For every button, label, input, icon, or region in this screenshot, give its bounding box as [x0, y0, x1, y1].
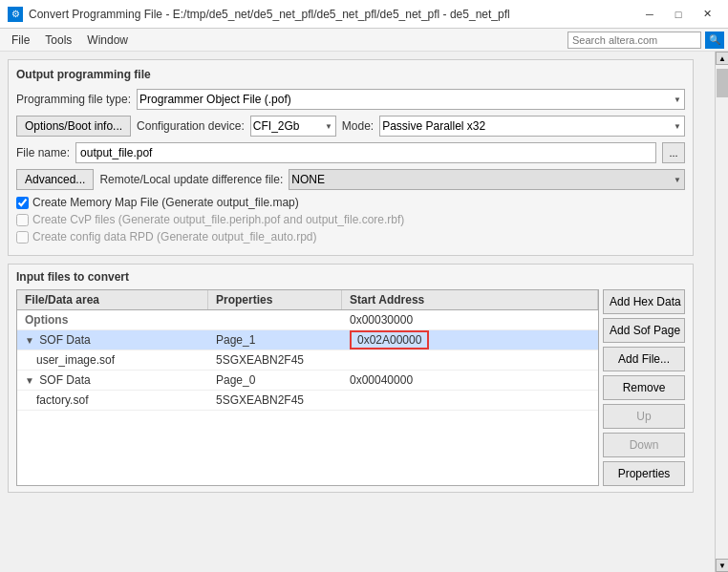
title-bar: ⚙ Convert Programming File - E:/tmp/de5_… [0, 0, 728, 29]
table-header: File/Data area Properties Start Address [17, 290, 598, 310]
output-section: Output programming file Programming file… [8, 59, 694, 256]
remote-local-label: Remote/Local update difference file: [99, 173, 283, 186]
config-row: Options/Boot info... Configuration devic… [16, 116, 685, 137]
remove-button[interactable]: Remove [603, 375, 685, 400]
cell-properties: 5SGXEABN2F45 [208, 350, 342, 370]
menu-tools[interactable]: Tools [37, 31, 79, 50]
app-icon: ⚙ [8, 7, 23, 22]
input-section: Input files to convert File/Data area Pr… [8, 264, 694, 493]
checkbox1-label: Create Memory Map File (Generate output_… [32, 196, 299, 209]
table-row[interactable]: user_image.sof 5SGXEABN2F45 [17, 350, 598, 371]
side-buttons: Add Hex Data Add Sof Page Add File... Re… [603, 289, 685, 486]
remote-local-select[interactable]: NONE [289, 169, 685, 190]
cell-address: 0x00030000 [342, 310, 598, 329]
properties-button[interactable]: Properties [603, 461, 685, 486]
window-controls: ─ □ ✕ [636, 5, 720, 24]
scroll-thumb[interactable] [717, 69, 728, 97]
checkbox3-row: Create config data RPD (Generate output_… [16, 230, 685, 244]
col-header-file: File/Data area [17, 290, 208, 309]
search-button[interactable]: 🔍 [705, 32, 724, 49]
input-section-title: Input files to convert [16, 270, 685, 284]
cell-file: ▼ SOF Data [17, 330, 208, 350]
output-section-title: Output programming file [16, 68, 685, 81]
config-device-label: Configuration device: [137, 119, 245, 133]
scrollbar[interactable]: ▲ ▼ [715, 52, 728, 572]
file-name-label: File name: [16, 146, 70, 159]
maximize-button[interactable]: □ [665, 5, 692, 24]
cell-file: user_image.sof [17, 350, 208, 370]
scroll-down-arrow[interactable]: ▼ [716, 559, 728, 572]
close-button[interactable]: ✕ [694, 5, 720, 24]
checkbox1-row: Create Memory Map File (Generate output_… [16, 196, 685, 209]
cell-properties: 5SGXEABN2F45 [208, 391, 342, 410]
programming-file-type-label: Programming file type: [16, 93, 131, 106]
file-name-row: File name: ... [16, 142, 685, 163]
sof-data-label-2: SOF Data [39, 373, 90, 387]
menu-window[interactable]: Window [79, 31, 136, 50]
sof-data-label-1: SOF Data [39, 333, 90, 347]
cell-properties [208, 317, 342, 323]
checkbox2-label: Create CvP files (Generate output_file.p… [32, 213, 404, 226]
up-button[interactable]: Up [603, 404, 685, 429]
config-device-select[interactable]: CFI_2Gb [250, 116, 336, 137]
cell-properties: Page_1 [208, 330, 342, 350]
menu-file[interactable]: File [4, 31, 37, 50]
file-table: File/Data area Properties Start Address … [16, 289, 599, 486]
expand-icon[interactable]: ▼ [25, 375, 36, 386]
col-header-address: Start Address [342, 290, 598, 309]
table-row[interactable]: ▼ SOF Data Page_0 0x00040000 [17, 371, 598, 391]
options-boot-button[interactable]: Options/Boot info... [16, 116, 131, 137]
advanced-row: Advanced... Remote/Local update differen… [16, 169, 685, 190]
input-files-container: File/Data area Properties Start Address … [16, 289, 685, 486]
table-row[interactable]: factory.sof 5SGXEABN2F45 [17, 391, 598, 411]
add-file-button[interactable]: Add File... [603, 347, 685, 371]
create-cvp-checkbox[interactable] [16, 214, 29, 226]
table-row[interactable]: Options 0x00030000 [17, 310, 598, 330]
cell-file: Options [17, 310, 208, 329]
expand-icon[interactable]: ▼ [25, 335, 36, 346]
scroll-up-arrow[interactable]: ▲ [716, 52, 728, 65]
cell-file: factory.sof [17, 391, 208, 410]
col-header-properties: Properties [208, 290, 342, 309]
mode-select[interactable]: Passive Parallel x32 [379, 116, 685, 137]
highlighted-address: 0x02A00000 [350, 330, 429, 350]
advanced-button[interactable]: Advanced... [16, 169, 94, 190]
table-row[interactable]: ▼ SOF Data Page_1 0x02A00000 [17, 330, 598, 350]
create-config-rpd-checkbox[interactable] [16, 231, 29, 244]
create-memory-map-checkbox[interactable] [16, 197, 29, 209]
search-input[interactable] [567, 32, 701, 49]
down-button[interactable]: Down [603, 433, 685, 457]
cell-address [342, 357, 598, 363]
cell-address: 0x02A00000 [342, 330, 598, 350]
browse-button[interactable]: ... [662, 142, 685, 163]
file-name-input[interactable] [75, 142, 656, 163]
programming-file-type-row: Programming file type: Programmer Object… [16, 89, 685, 110]
menu-bar: File Tools Window 🔍 [0, 29, 728, 52]
mode-label: Mode: [342, 119, 374, 133]
cell-file: ▼ SOF Data [17, 371, 208, 390]
scroll-track [716, 65, 728, 559]
checkbox2-row: Create CvP files (Generate output_file.p… [16, 213, 685, 226]
cell-address [342, 397, 598, 403]
add-sof-page-button[interactable]: Add Sof Page [603, 318, 685, 343]
cell-address: 0x00040000 [342, 371, 598, 390]
checkbox3-label: Create config data RPD (Generate output_… [32, 230, 317, 244]
add-hex-data-button[interactable]: Add Hex Data [603, 289, 685, 314]
programming-file-type-select[interactable]: Programmer Object File (.pof) [137, 89, 685, 110]
options-label: Options [25, 313, 68, 327]
search-area: 🔍 [567, 32, 724, 49]
minimize-button[interactable]: ─ [636, 5, 663, 24]
cell-properties: Page_0 [208, 371, 342, 390]
window-title: Convert Programming File - E:/tmp/de5_ne… [29, 8, 636, 21]
